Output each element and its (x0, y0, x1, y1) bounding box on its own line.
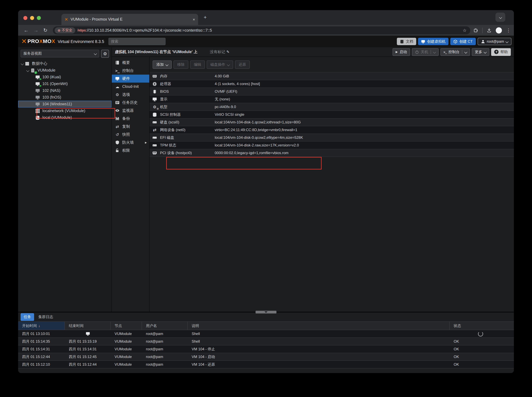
profile-avatar[interactable] (496, 27, 502, 33)
zoom-window-button[interactable] (37, 16, 41, 20)
remove-button[interactable]: 移除 (174, 60, 188, 69)
hw-row-display[interactable]: 显示无 (none) (150, 95, 514, 103)
active-console-icon (65, 332, 111, 336)
expander-icon[interactable] (21, 62, 24, 65)
nav-options[interactable]: ⚙选项 (112, 91, 149, 99)
nav-task-history[interactable]: 任务历史 (112, 99, 149, 106)
new-tab-button[interactable]: + (204, 14, 207, 21)
security-badge-label: 不安全 (62, 28, 72, 32)
right-region: 虚拟机 104 (Windows11) 在节点 'VUModule' 上 没有标… (112, 47, 514, 312)
swap-arrows-icon: ⇄ (115, 124, 120, 129)
tree-item-vm-100[interactable]: ▶ 100 (iKuai) (18, 74, 112, 81)
nav-summary[interactable]: 概要 (112, 59, 149, 67)
edit-tags-icon[interactable]: ✎ (226, 50, 229, 54)
nav-replication[interactable]: ⇄复制 (112, 123, 149, 130)
hw-row-machine[interactable]: ⚙⚙机型pc-i440fx-9.0 (150, 103, 514, 111)
hw-row-memory[interactable]: 内存4.00 GiB (150, 73, 514, 80)
shield-icon (115, 140, 120, 145)
panel-splitter[interactable] (18, 312, 514, 313)
tree-item-vm-101[interactable]: ▶ 101 (OpenWrt) (18, 81, 112, 87)
status-ok: OK (450, 355, 514, 359)
col-description[interactable]: 说明 (188, 322, 450, 330)
user-menu-button[interactable]: root@pam (478, 38, 511, 45)
tab-search-button[interactable] (495, 12, 505, 22)
col-user[interactable]: 用户名 (142, 322, 188, 330)
address-bar[interactable]: ⊗ 不安全 https://10.10.10.254:8006/#v1:0:=q… (53, 26, 470, 34)
search-input[interactable] (108, 38, 166, 45)
help-button[interactable]: ? 帮助 (491, 48, 511, 56)
forward-icon[interactable]: → (33, 27, 38, 33)
view-mode-select[interactable]: 服务器视图 (21, 50, 99, 57)
more-button[interactable]: 更多 (472, 48, 489, 56)
bookmark-star-icon[interactable]: ☆ (463, 28, 469, 33)
minimize-window-button[interactable] (30, 16, 34, 20)
security-badge[interactable]: ⊗ 不安全 (55, 27, 75, 33)
task-row[interactable]: 四月 01 13:10:01 VUModule root@pam Shell (18, 330, 514, 338)
hw-row-cpu[interactable]: 处理器4 (1 sockets, 4 cores) [host] (150, 80, 514, 88)
tab-tasks[interactable]: 任务 (21, 313, 34, 321)
list-icon (115, 100, 120, 105)
hw-row-tpm[interactable]: TPM 状态local:104/vm-104-disk-2.raw,size=1… (150, 142, 514, 149)
reload-icon[interactable]: ↻ (43, 27, 47, 33)
disk-action-button[interactable]: 磁盘操作 (207, 60, 233, 69)
revert-button[interactable]: 还原 (235, 60, 250, 69)
extensions-icon[interactable] (473, 28, 478, 32)
monitor-icon (421, 39, 425, 43)
nav-cloudinit[interactable]: ☁Cloud-Init (112, 83, 149, 91)
documentation-button[interactable]: 文档 (397, 38, 416, 45)
tree-item-vm-104[interactable]: 104 (Windows11) (18, 101, 112, 107)
sidebar-settings-button[interactable]: ⚙ (101, 50, 109, 58)
edit-button[interactable]: 编辑 (190, 60, 205, 69)
hw-row-pci[interactable]: PCI 设备 (hostpci0)0000:00:02.0,legacy-igd… (150, 149, 514, 157)
hw-row-scsi-controller[interactable]: SCSI 控制器VirtIO SCSI single (150, 111, 514, 118)
start-button[interactable]: ▶ 启动 (393, 48, 410, 56)
close-window-button[interactable] (23, 16, 27, 20)
nav-monitor[interactable]: 监视器 (112, 106, 149, 115)
col-start-time[interactable]: 开始时间↓ (18, 322, 65, 330)
browser-menu-icon[interactable]: ⋮ (506, 27, 511, 33)
hw-row-bios[interactable]: BIOSOVMF (UEFI) (150, 88, 514, 95)
back-icon[interactable]: ← (24, 27, 29, 33)
tasks-table: 开始时间↓ 结束时间 节点 用户名 说明 状态 四月 01 13:10:01 V… (18, 322, 514, 373)
tree-item-node-vumodule[interactable]: ✓ VUModule (18, 67, 112, 74)
tab-cluster-log[interactable]: 集群日志 (35, 313, 56, 321)
hw-row-network[interactable]: ⇄网络设备 (net0)virtio=BC:24:11:49:CC:8D,bri… (150, 126, 514, 134)
tree-item-vm-103[interactable]: 103 (fnOS) (18, 94, 112, 101)
col-status[interactable]: 状态 (450, 322, 514, 330)
add-button[interactable]: 添加 (153, 60, 172, 69)
node-icon: ✓ (30, 68, 36, 73)
nav-console[interactable]: >_控制台 (112, 67, 149, 74)
nav-backup[interactable]: 备份 (112, 115, 149, 123)
tree-item-localnetwork[interactable]: localnetwork (VUModule) (18, 107, 112, 114)
hw-row-harddisk[interactable]: 硬盘 (scsi0)local:104/vm-104-disk-1.qcow2,… (150, 118, 514, 126)
task-row[interactable]: 四月 01 15:14:31 四月 01 15:14:31 VUModule r… (18, 345, 514, 353)
hw-row-efidisk[interactable]: EFI 磁盘local:104/vm-104-disk-0.qcow2,efit… (150, 134, 514, 142)
browser-tab[interactable]: ✕ VUModule - Proxmox Virtual E × (62, 14, 198, 25)
book-icon (115, 61, 120, 65)
task-row[interactable]: 四月 01 15:14:35 四月 01 15:15:19 VUModule r… (18, 338, 514, 345)
nav-firewall[interactable]: 防火墙▶ (112, 138, 149, 146)
hardware-toolbar: 添加 移除 编辑 磁盘操作 还原 (150, 57, 514, 72)
tree-item-local-storage[interactable]: local (VUModule) (18, 114, 112, 121)
create-vm-button[interactable]: 创建虚拟机 (418, 38, 449, 45)
task-row[interactable]: 四月 01 15:12:10 四月 01 15:12:44 VUModule r… (18, 361, 514, 368)
tree-item-vm-102[interactable]: 102 (NAS) (18, 87, 112, 94)
close-tab-icon[interactable]: × (193, 17, 195, 22)
col-end-time[interactable]: 结束时间 (65, 322, 111, 330)
chevron-down-icon (464, 50, 467, 53)
swap-arrows-icon: ⇄ (152, 127, 157, 132)
task-row[interactable]: 四月 01 15:12:44 四月 01 15:12:45 VUModule r… (18, 353, 514, 361)
create-ct-button[interactable]: 创建 CT (451, 38, 476, 45)
expander-icon[interactable] (26, 69, 29, 72)
shutdown-button[interactable]: 关机 (412, 48, 439, 56)
tree-item-datacenter[interactable]: 数据中心 (18, 60, 112, 67)
splitter-handle[interactable] (256, 311, 276, 313)
hardware-table: 内存4.00 GiB 处理器4 (1 sockets, 4 cores) [ho… (150, 72, 514, 157)
col-node[interactable]: 节点 (111, 322, 142, 330)
nav-permissions[interactable]: 权限 (112, 146, 149, 155)
nav-snapshots[interactable]: ↺快照 (112, 130, 149, 138)
nav-hardware[interactable]: 硬件 (112, 74, 149, 83)
sort-desc-icon: ↓ (38, 324, 40, 328)
download-icon[interactable] (487, 28, 491, 32)
console-button[interactable]: >_ 控制台 (440, 48, 470, 56)
